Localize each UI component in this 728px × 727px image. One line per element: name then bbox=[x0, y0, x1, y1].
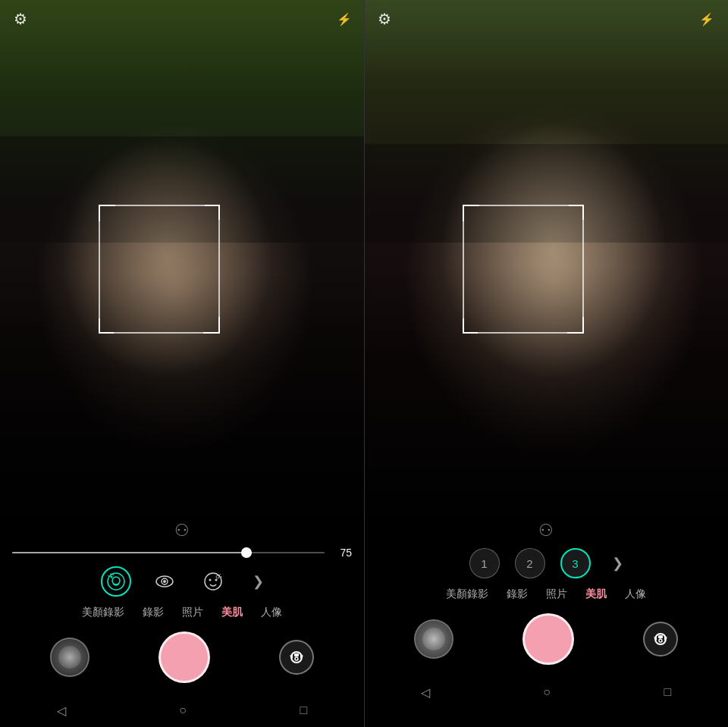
frame-corner-tr-right bbox=[569, 205, 584, 220]
svg-line-14 bbox=[219, 574, 221, 575]
right-mode-tabs: 美顏錄影 錄影 照片 美肌 人像 bbox=[364, 583, 728, 606]
tab-beauty-left[interactable]: 美肌 bbox=[218, 604, 246, 621]
frame-corner-tr bbox=[205, 205, 220, 220]
filter-btn-beautify[interactable] bbox=[101, 566, 131, 597]
frame-corner-bl bbox=[99, 318, 114, 334]
eye-icon bbox=[154, 571, 175, 592]
tab-beauty-video-right[interactable]: 美顏錄影 bbox=[443, 586, 491, 603]
svg-point-23 bbox=[659, 639, 662, 642]
filter-btn-3[interactable]: 3 bbox=[560, 548, 591, 578]
settings-icon-right[interactable]: ⚙ bbox=[378, 10, 391, 28]
tab-portrait-right[interactable]: 人像 bbox=[622, 586, 649, 603]
frame-corner-bl-right bbox=[463, 318, 478, 334]
filter-num-3-label: 3 bbox=[572, 557, 578, 570]
svg-point-19 bbox=[295, 657, 298, 660]
thumbnail-left[interactable] bbox=[50, 638, 89, 677]
flip-camera-button-left[interactable] bbox=[279, 640, 314, 675]
filter-chevron-left[interactable]: ❯ bbox=[253, 573, 264, 590]
back-nav-left[interactable]: ◁ bbox=[57, 703, 66, 718]
filter-num-2-label: 2 bbox=[526, 557, 532, 570]
flash-icon-right[interactable]: ⚡ bbox=[699, 12, 714, 27]
filter-btn-2[interactable]: 2 bbox=[515, 548, 545, 578]
left-top-bar: ⚙ ⚡ bbox=[0, 0, 364, 38]
filter-btn-eye[interactable] bbox=[149, 566, 180, 597]
slider-thumb-left[interactable] bbox=[241, 547, 252, 558]
home-nav-right[interactable]: ○ bbox=[543, 685, 551, 699]
svg-point-13 bbox=[216, 575, 219, 578]
filter-num-1-label: 1 bbox=[481, 557, 487, 570]
face-frame-left bbox=[99, 205, 220, 334]
thumbnail-right[interactable] bbox=[414, 619, 453, 659]
left-bottom-ui: ⚇ 75 bbox=[0, 515, 364, 727]
svg-point-2 bbox=[110, 576, 112, 578]
panel-divider bbox=[364, 0, 365, 727]
slider-fill-left bbox=[12, 552, 246, 553]
flip-camera-icon-right bbox=[652, 631, 669, 647]
tab-beauty-right[interactable]: 美肌 bbox=[582, 586, 610, 603]
left-person-icon-area: ⚇ bbox=[0, 515, 364, 544]
svg-point-0 bbox=[108, 573, 124, 590]
right-shutter-row bbox=[364, 606, 728, 675]
left-shutter-row bbox=[0, 624, 364, 694]
right-filter-number-row: 1 2 3 ❯ bbox=[364, 544, 728, 583]
shutter-button-left[interactable] bbox=[158, 631, 210, 683]
tab-video-right[interactable]: 錄影 bbox=[504, 586, 531, 603]
left-slider-row[interactable]: 75 bbox=[0, 544, 364, 562]
filter-btn-1[interactable]: 1 bbox=[469, 548, 500, 578]
recents-nav-left[interactable]: □ bbox=[300, 703, 308, 717]
left-panel: ⚙ ⚡ ⚇ 75 bbox=[0, 0, 364, 727]
face-smooth-icon bbox=[202, 571, 224, 592]
svg-point-11 bbox=[209, 579, 211, 581]
svg-point-12 bbox=[215, 579, 217, 581]
left-nav-bar: ◁ ○ □ bbox=[0, 694, 364, 727]
shutter-button-right[interactable] bbox=[522, 613, 574, 665]
tab-photo-left[interactable]: 照片 bbox=[179, 604, 206, 621]
tab-portrait-left[interactable]: 人像 bbox=[258, 604, 285, 621]
filter-btn-face[interactable] bbox=[198, 566, 228, 597]
left-mode-tabs: 美顏錄影 錄影 照片 美肌 人像 bbox=[0, 601, 364, 624]
beautify-icon bbox=[105, 571, 127, 592]
flip-camera-button-right[interactable] bbox=[643, 622, 678, 656]
svg-rect-22 bbox=[658, 635, 663, 638]
tab-beauty-video-left[interactable]: 美顏錄影 bbox=[79, 604, 127, 621]
person-icon-left: ⚇ bbox=[174, 521, 190, 541]
filter-chevron-right[interactable]: ❯ bbox=[612, 555, 623, 572]
face-frame-right bbox=[463, 205, 584, 334]
recents-nav-right[interactable]: □ bbox=[664, 685, 672, 699]
settings-icon-left[interactable]: ⚙ bbox=[14, 10, 27, 28]
flip-camera-icon-left bbox=[288, 649, 305, 666]
right-nav-bar: ◁ ○ □ bbox=[364, 675, 728, 709]
back-nav-right[interactable]: ◁ bbox=[421, 685, 430, 700]
right-top-bar: ⚙ ⚡ bbox=[364, 0, 728, 38]
slider-value-left: 75 bbox=[331, 547, 352, 559]
right-person-icon-area: ⚇ bbox=[364, 515, 728, 544]
right-panel: ⚙ ⚡ ⚇ 1 2 3 ❯ 美顏錄影 錄影 照片 bbox=[364, 0, 728, 727]
svg-point-8 bbox=[163, 580, 166, 583]
tab-photo-right[interactable]: 照片 bbox=[543, 586, 570, 603]
svg-line-3 bbox=[108, 575, 109, 577]
flash-icon-left[interactable]: ⚡ bbox=[337, 12, 350, 27]
slider-track-left[interactable] bbox=[12, 552, 325, 553]
left-filter-icons-row: ❯ bbox=[0, 562, 364, 601]
home-nav-left[interactable]: ○ bbox=[179, 703, 187, 717]
right-bottom-ui: ⚇ 1 2 3 ❯ 美顏錄影 錄影 照片 美肌 人像 bbox=[364, 515, 728, 727]
svg-rect-18 bbox=[294, 653, 299, 656]
person-icon-right: ⚇ bbox=[538, 521, 554, 541]
tab-video-left[interactable]: 錄影 bbox=[140, 604, 167, 621]
